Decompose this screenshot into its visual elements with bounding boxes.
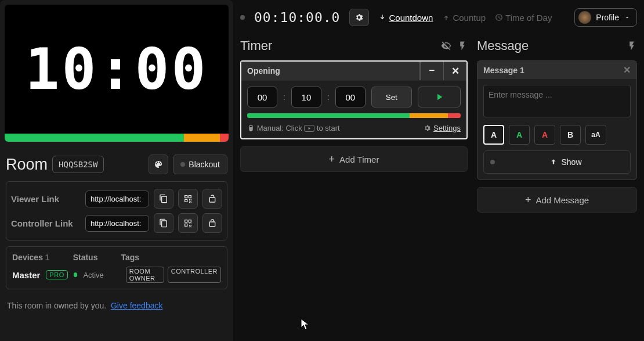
copy-icon [159, 218, 168, 228]
visibility-off-icon[interactable] [441, 41, 451, 51]
seconds-input[interactable] [335, 87, 366, 107]
viewer-link-label: Viewer Link [11, 194, 81, 204]
viewer-link-input[interactable] [85, 191, 149, 207]
controller-link-row: Controller Link [11, 211, 222, 235]
play-small-icon [304, 125, 314, 132]
viewer-copy-button[interactable] [154, 189, 173, 209]
arrow-up-icon [549, 158, 558, 166]
viewer-lock-button[interactable] [202, 189, 222, 209]
controller-link-input[interactable] [85, 215, 149, 232]
settings-button[interactable] [349, 9, 369, 26]
theme-palette-button[interactable] [149, 155, 168, 174]
arrow-up-icon [442, 13, 450, 21]
room-header: Room HQQSB2SW Blackout [0, 146, 233, 181]
room-code[interactable]: HQQSB2SW [52, 156, 104, 173]
time-inputs: : : Set [247, 87, 461, 107]
timer-settings-link[interactable]: Settings [433, 124, 461, 132]
case-button[interactable]: aA [585, 125, 606, 145]
timer-column: Timer Opening − ✕ : : [240, 38, 468, 172]
links-box: Viewer Link Controller Link [6, 181, 227, 241]
message-textarea[interactable] [483, 85, 631, 117]
timer-name[interactable]: Opening [241, 62, 420, 80]
ownership-text: This room in owned by you. Give feedback [0, 295, 233, 316]
controller-lock-button[interactable] [202, 213, 222, 233]
device-plan-badge: PRO [46, 270, 67, 279]
message-column: Message Message 1 ✕ A A A B [477, 38, 637, 213]
clock-icon [495, 13, 503, 21]
blackout-button[interactable]: Blackout [173, 155, 227, 174]
device-tags: ROOM OWNER CONTROLLER [126, 267, 221, 283]
show-button[interactable]: Show [501, 157, 630, 167]
timer-progress [247, 113, 461, 118]
format-row: A A A B aA [483, 125, 631, 145]
bold-button[interactable]: B [560, 125, 581, 145]
controller-copy-button[interactable] [154, 213, 173, 233]
timer-preview: 10:00 [5, 5, 229, 142]
blackout-label: Blackout [189, 160, 220, 169]
blackout-status-dot [180, 162, 185, 167]
add-timer-button[interactable]: +Add Timer [240, 146, 468, 172]
mode-countup[interactable]: Countup [442, 13, 486, 23]
unlock-icon [208, 218, 217, 228]
show-row: Show [483, 150, 631, 174]
unlock-icon [208, 194, 217, 203]
chevron-down-icon [624, 14, 631, 21]
timer-section-header: Timer [240, 38, 468, 53]
color-green-button[interactable]: A [509, 125, 530, 145]
timer-footer: Manual: Click to start Settings [241, 124, 466, 138]
play-button[interactable] [418, 87, 461, 107]
top-time: 00:10:00.0 [254, 10, 340, 25]
timer-close-button[interactable]: ✕ [443, 62, 466, 80]
devices-header: Devices 1 Status Tags [12, 253, 221, 262]
add-message-button[interactable]: +Add Message [477, 187, 637, 213]
play-icon [434, 92, 444, 102]
message-status-dot [490, 160, 495, 164]
controller-link-label: Controller Link [11, 218, 81, 228]
flash-icon[interactable] [457, 41, 468, 51]
arrow-down-icon [378, 13, 386, 21]
cursor-icon [301, 318, 310, 330]
timer-minimize-button[interactable]: − [420, 62, 443, 80]
color-white-button[interactable]: A [483, 125, 504, 145]
flash-icon[interactable] [627, 41, 637, 51]
mouse-icon [247, 124, 255, 132]
palette-icon [154, 160, 163, 169]
room-title: Room [6, 156, 48, 174]
left-panel: 10:00 Room HQQSB2SW Blackout Viewer Link… [0, 0, 233, 341]
device-name: Master [12, 270, 40, 280]
right-panel: 00:10:00.0 Countdown Countup Time of Day… [233, 0, 644, 341]
qr-icon [183, 194, 193, 203]
device-status: Active [83, 271, 103, 279]
qr-icon [183, 218, 193, 228]
timer-card: Opening − ✕ : : Set [240, 60, 468, 139]
minutes-input[interactable] [291, 87, 321, 107]
devices-box: Devices 1 Status Tags Master PRO Active … [6, 246, 227, 289]
set-button[interactable]: Set [371, 87, 412, 107]
message-name[interactable]: Message 1 [483, 66, 524, 75]
top-bar: 00:10:00.0 Countdown Countup Time of Day… [240, 6, 637, 29]
copy-icon [159, 194, 168, 203]
hours-input[interactable] [247, 87, 277, 107]
avatar [578, 11, 591, 24]
viewer-link-row: Viewer Link [11, 186, 222, 211]
message-card: Message 1 ✕ A A A B aA [477, 60, 637, 180]
device-status-dot [74, 272, 78, 277]
message-section-header: Message [477, 38, 637, 53]
message-close-button[interactable]: ✕ [623, 64, 631, 76]
gear-small-icon [424, 124, 431, 132]
viewer-qr-button[interactable] [178, 189, 198, 209]
device-row: Master PRO Active ROOM OWNER CONTROLLER [12, 267, 221, 283]
preview-progress-bar [5, 134, 229, 142]
controller-qr-button[interactable] [178, 213, 198, 233]
status-dot [240, 15, 245, 20]
profile-menu[interactable]: Profile [574, 8, 637, 27]
feedback-link[interactable]: Give feedback [111, 301, 163, 310]
gear-icon [354, 13, 364, 22]
preview-time: 10:00 [5, 5, 229, 134]
color-red-button[interactable]: A [534, 125, 555, 145]
mode-timeofday[interactable]: Time of Day [495, 13, 552, 23]
mode-countdown[interactable]: Countdown [378, 13, 433, 23]
